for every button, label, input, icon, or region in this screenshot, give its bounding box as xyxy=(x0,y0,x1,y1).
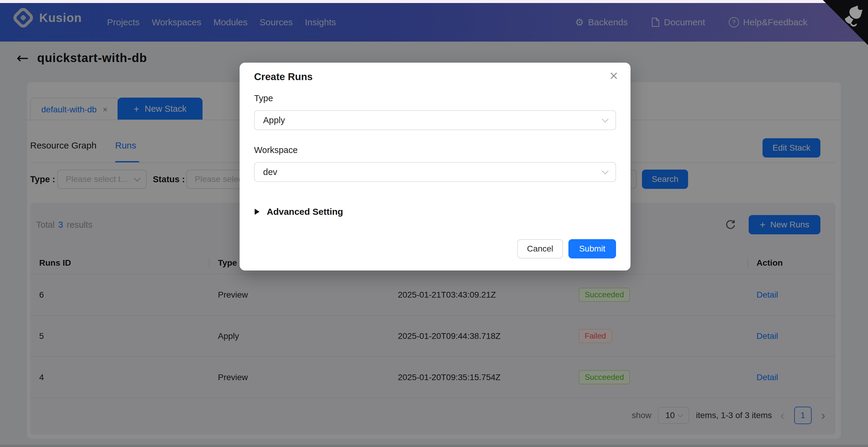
collapse-arrow-icon xyxy=(255,209,259,215)
modal-workspace-label: Workspace xyxy=(254,145,298,155)
modal-workspace-select[interactable]: dev xyxy=(254,162,616,182)
advanced-setting-toggle[interactable]: Advanced Setting xyxy=(255,206,343,217)
chevron-down-icon xyxy=(602,168,609,175)
modal-type-select[interactable]: Apply xyxy=(254,110,616,130)
submit-button[interactable]: Submit xyxy=(568,239,616,258)
cancel-button[interactable]: Cancel xyxy=(517,239,563,258)
modal-title: Create Runs xyxy=(254,71,313,83)
create-runs-modal: Create Runs ✕ Type Apply Workspace dev A… xyxy=(240,63,630,270)
modal-type-value: Apply xyxy=(263,115,285,125)
modal-footer: Cancel Submit xyxy=(517,239,616,258)
modal-workspace-value: dev xyxy=(263,167,277,177)
modal-type-label: Type xyxy=(254,93,273,103)
close-icon[interactable]: ✕ xyxy=(609,70,618,82)
top-strip xyxy=(0,0,868,3)
github-corner[interactable] xyxy=(823,0,868,45)
chevron-down-icon xyxy=(602,116,609,123)
app-root: Kusion Projects Workspaces Modules Sourc… xyxy=(0,0,868,447)
advanced-setting-label: Advanced Setting xyxy=(267,206,343,217)
